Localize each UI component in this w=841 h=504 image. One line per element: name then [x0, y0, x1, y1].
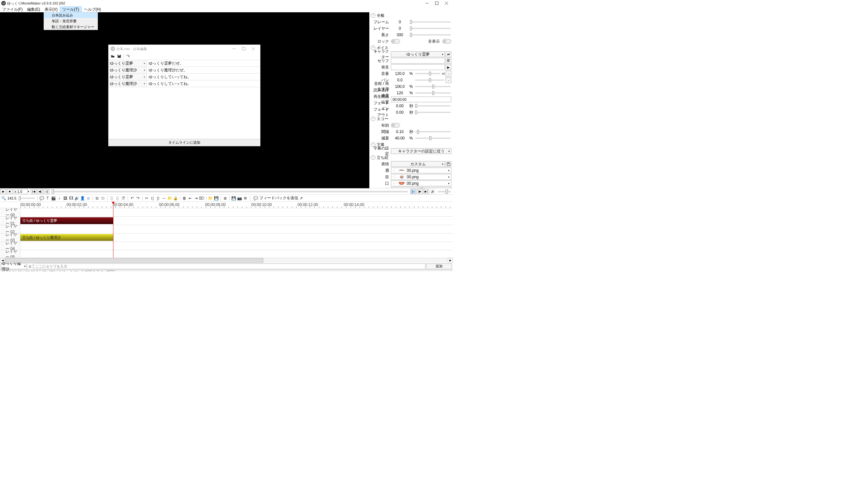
close-button[interactable] [442, 0, 451, 6]
split-left-icon[interactable]: ⟨| [150, 195, 155, 201]
chevron-down-icon[interactable]: ▾ [28, 190, 29, 193]
stop-button[interactable]: ■ [7, 189, 13, 194]
slider-layer[interactable] [410, 28, 451, 29]
volume-slider[interactable] [438, 191, 451, 193]
script-text[interactable]: ゆっくり霊夢だぜ。 [147, 60, 260, 67]
menu-view[interactable]: 表示(V) [42, 6, 60, 12]
speed-input[interactable] [14, 189, 28, 194]
settings-icon[interactable]: ⚙ [243, 195, 248, 201]
timeline-clip[interactable]: 立ち絵 / ゆっくり魔理沙 [20, 234, 113, 241]
menu-file[interactable]: ファイル(F) [0, 6, 25, 12]
feedback-link[interactable]: 💬フィードバックを送信↗ [253, 195, 303, 201]
layer-track[interactable]: 立ち絵 / ゆっくり霊夢 [20, 217, 453, 225]
undo-icon[interactable]: ↶ [129, 195, 135, 201]
save-expression-button[interactable] [445, 161, 451, 167]
script-text[interactable]: ゆっくりしていってね。 [147, 80, 260, 87]
slider-length[interactable] [410, 34, 451, 36]
playhead[interactable] [113, 202, 113, 258]
save-icon[interactable]: 💾 [213, 195, 220, 201]
select-hair[interactable]: 未選択▾ [391, 187, 451, 188]
dialog-save-icon[interactable] [117, 54, 122, 58]
lock-icon[interactable]: 🔒 [173, 195, 179, 201]
script-char-select[interactable]: ゆっくり霊夢▾ [108, 60, 147, 67]
menu-tools[interactable]: ツール(T) [60, 6, 82, 12]
select-expression[interactable]: カスタム▾ [391, 161, 445, 167]
scroll-track[interactable] [5, 258, 448, 263]
slider-fadeout[interactable] [415, 112, 451, 113]
select-character[interactable]: ゆっくり霊夢▾ [391, 51, 445, 57]
dialog-close[interactable] [248, 46, 258, 52]
timer-icon[interactable]: ⏲ [100, 195, 106, 201]
step-fwd-one-button[interactable]: |▷ [410, 189, 416, 194]
volume-icon[interactable]: 🔊 [430, 189, 436, 194]
bottom-char-select[interactable]: ゆっくり魔理沙▾ [1, 264, 27, 269]
add-portrait-icon[interactable]: 👤 [80, 195, 86, 201]
vol-minus-button[interactable]: - [445, 71, 451, 76]
slider-interval[interactable] [415, 131, 451, 132]
slider-pitch[interactable] [415, 86, 451, 87]
toggle-hide[interactable] [442, 39, 451, 43]
hen-button[interactable]: 変 [445, 58, 451, 64]
script-char-select[interactable]: ゆっくり魔理沙▾ [108, 67, 147, 73]
layer-track[interactable] [20, 225, 453, 233]
zoom-icon[interactable]: 🔍 [1, 195, 6, 201]
combo-mouth[interactable]: ☆00.png▾ [391, 180, 451, 186]
minimize-button[interactable] [422, 0, 432, 6]
section-portrait[interactable]: ⌃立ち絵 [370, 154, 453, 161]
scroll-right-button[interactable]: ▶ [448, 258, 453, 263]
input-start-pos[interactable] [391, 96, 451, 102]
pan-minus-button[interactable]: - [445, 77, 451, 83]
add-waveform-icon[interactable]: 🔊 [74, 195, 80, 201]
slider-decay[interactable] [415, 138, 451, 139]
script-char-select[interactable]: ゆっくり霊夢▾ [108, 74, 147, 80]
section-general[interactable]: ⌃全般 [370, 12, 453, 19]
dialog-add-timeline[interactable]: タイムラインに追加 [108, 139, 260, 146]
seek-start-button[interactable]: |◀ [31, 189, 36, 194]
snap2-icon[interactable]: ⌷ [115, 195, 121, 201]
script-text[interactable]: ゆっくり魔理沙だぜ。 [147, 67, 260, 73]
delete-all-icon[interactable]: ⌦ [199, 195, 205, 201]
row-icon[interactable]: ≣ [222, 195, 228, 201]
folder-link-icon[interactable]: 📁 [167, 195, 173, 201]
add-audio-icon[interactable]: ♪ [56, 195, 63, 201]
face-icon[interactable]: ☺ [27, 264, 33, 269]
char-swap-button[interactable]: ⇄ [445, 51, 451, 57]
layer-header[interactable]: ⋮レイヤー 05 [0, 250, 20, 258]
dialog-minimize[interactable] [229, 46, 239, 52]
slider-frame[interactable] [410, 21, 451, 23]
step-fwd-button[interactable]: |▶ [417, 189, 423, 194]
menu-edit[interactable]: 編集(E) [25, 6, 42, 12]
section-echo[interactable]: ⌃エコー [370, 115, 453, 122]
dialog-maximize[interactable] [239, 46, 248, 52]
align-right-icon[interactable]: ⇥ [193, 195, 199, 201]
serif-input[interactable] [34, 264, 425, 269]
redo-icon[interactable]: ↷ [135, 195, 141, 201]
combo-brow[interactable]: ☆00.png▾ [391, 167, 451, 174]
script-text[interactable]: ゆっくりしていってね。 [147, 74, 260, 80]
toggle-echo[interactable] [391, 123, 400, 128]
zoom-slider[interactable] [19, 198, 35, 199]
folder-icon[interactable]: 📁 [208, 195, 213, 201]
camera-icon[interactable]: 📷 [237, 195, 243, 201]
tools-load-script[interactable]: 台本読み込み [44, 12, 98, 18]
layer-track[interactable] [20, 250, 453, 258]
stopwatch-icon[interactable]: ⏱ [121, 195, 126, 201]
step-back-one-button[interactable]: ◁| [43, 189, 49, 194]
maximize-button[interactable] [432, 0, 442, 6]
step-back-button[interactable]: ◀| [37, 189, 43, 194]
timeline-clip[interactable]: 立ち絵 / ゆっくり霊夢 [20, 217, 113, 224]
star-icon[interactable]: ☆ [391, 175, 397, 179]
seek-end-button[interactable]: ▶| [423, 189, 429, 194]
delete-icon[interactable]: 🗑 [181, 195, 187, 201]
extend-icon[interactable]: ↔ [161, 195, 167, 201]
slider-fadein[interactable] [415, 105, 451, 107]
export-icon[interactable]: 💾 [231, 195, 237, 201]
copy-icon[interactable]: ⧉ [94, 195, 100, 201]
input-serif[interactable] [391, 58, 445, 64]
dialog-redo-icon[interactable] [126, 54, 130, 58]
add-filmstrip-icon[interactable]: 🎞 [68, 195, 74, 201]
play-button[interactable]: ▶ [0, 189, 6, 194]
align-left-icon[interactable]: ⇤ [187, 195, 193, 201]
cut-icon[interactable]: ✂ [144, 195, 150, 201]
layer-track[interactable]: 立ち絵 / ゆっくり魔理沙 [20, 233, 453, 241]
